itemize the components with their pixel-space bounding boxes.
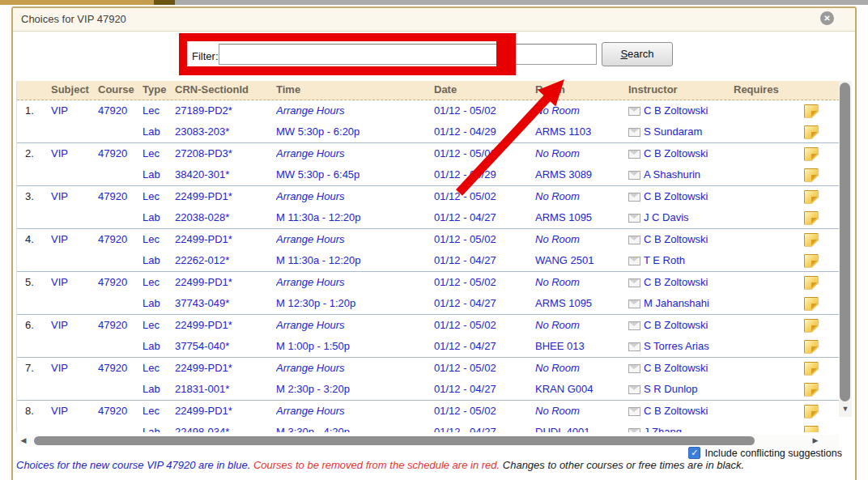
table-row[interactable]: Lab 22038-028* M 11:30a - 12:20p 01/12 -… xyxy=(17,207,840,228)
legend: Choices for the new course VIP 47920 are… xyxy=(16,459,853,471)
table-row[interactable]: 4. VIP 47920 Lec 22499-PD1* Arrange Hour… xyxy=(17,229,840,250)
choices-table: Subject Course Type CRN-SectionId Time D… xyxy=(16,81,840,432)
table-row[interactable]: Lab 22262-012* M 11:30a - 12:20p 01/12 -… xyxy=(17,250,840,271)
cell-subject xyxy=(51,422,98,432)
cell-instructor: C B Zoltowski xyxy=(628,229,734,250)
note-icon[interactable] xyxy=(804,319,819,333)
email-icon xyxy=(628,128,640,137)
table-row[interactable]: 3. VIP 47920 Lec 22499-PD1* Arrange Hour… xyxy=(17,186,840,207)
cell-note xyxy=(798,272,823,293)
cell-requires xyxy=(734,229,798,250)
cell-date: 01/12 - 05/02 xyxy=(434,100,535,121)
note-icon[interactable] xyxy=(804,405,819,418)
header-room: Room xyxy=(535,81,628,100)
instructor-name: C B Zoltowski xyxy=(644,315,708,336)
cell-type: Lab xyxy=(143,207,175,228)
cell-note xyxy=(798,358,823,379)
legend-black: Changes to other courses or free times a… xyxy=(503,459,744,471)
cell-crn-sectionid: 22499-PD1* xyxy=(175,358,276,379)
cell-instructor: A Shashurin xyxy=(628,164,734,185)
email-icon xyxy=(628,193,640,202)
cell-date: 01/12 - 05/02 xyxy=(434,401,535,422)
table-row[interactable]: Lab 38420-301* MW 5:30p - 6:45p 01/12 - … xyxy=(17,164,840,185)
table-row[interactable]: 7. VIP 47920 Lec 22499-PD1* Arrange Hour… xyxy=(17,358,840,379)
table-row[interactable]: Lab 21831-001* M 2:30p - 3:20p 01/12 - 0… xyxy=(17,379,840,400)
cell-time: Arrange Hours xyxy=(276,272,434,293)
cell-crn-sectionid: 23083-203* xyxy=(175,121,276,142)
note-icon[interactable] xyxy=(804,276,819,290)
table-row[interactable]: Lab 37743-049* M 12:30p - 1:20p 01/12 - … xyxy=(17,293,840,314)
header-requires: Requires xyxy=(734,81,798,100)
cell-instructor: S R Dunlop xyxy=(628,379,734,400)
table-row[interactable]: 5. VIP 47920 Lec 22499-PD1* Arrange Hour… xyxy=(17,272,840,293)
search-button[interactable]: Search xyxy=(602,42,673,66)
cell-crn-sectionid: 22262-012* xyxy=(175,250,276,271)
filter-input[interactable] xyxy=(219,44,597,65)
cell-room: DUDL 4001 xyxy=(535,422,628,432)
email-icon xyxy=(628,342,640,351)
cell-room: WANG 2501 xyxy=(535,250,628,271)
cell-time: M 11:30a - 12:20p xyxy=(276,207,434,228)
header-crn-sectionid: CRN-SectionId xyxy=(175,81,276,100)
instructor-name: S Torres Arias xyxy=(644,336,709,357)
cell-date: 01/12 - 05/02 xyxy=(434,315,535,336)
note-icon[interactable] xyxy=(804,211,819,225)
email-icon xyxy=(628,171,640,180)
instructor-name: M Jahanshahi xyxy=(644,293,709,314)
cell-subject xyxy=(51,121,98,142)
cell-type: Lab xyxy=(143,293,175,314)
horizontal-scrollbar[interactable]: ◀ ▶ xyxy=(16,435,839,447)
horizontal-scrollbar-thumb[interactable] xyxy=(34,436,755,445)
cell-subject xyxy=(51,379,98,400)
table-row[interactable]: Lab 23083-203* MW 5:30p - 6:20p 01/12 - … xyxy=(17,121,840,142)
note-icon[interactable] xyxy=(804,297,819,311)
cell-room: No Room xyxy=(535,401,628,422)
note-icon[interactable] xyxy=(804,426,819,433)
table-row[interactable]: 6. VIP 47920 Lec 22499-PD1* Arrange Hour… xyxy=(17,315,840,336)
close-icon: ✕ xyxy=(823,14,830,23)
cell-subject: VIP xyxy=(51,315,98,336)
cell-date: 01/12 - 04/29 xyxy=(434,121,535,142)
cell-course: 47920 xyxy=(98,401,143,422)
note-icon[interactable] xyxy=(804,362,819,376)
note-icon[interactable] xyxy=(804,340,819,354)
vertical-scrollbar-thumb[interactable] xyxy=(840,83,850,401)
table-row[interactable]: Lab 22498-034* M 3:30p - 4:20p 01/12 - 0… xyxy=(17,422,840,432)
choice-group: 6. VIP 47920 Lec 22499-PD1* Arrange Hour… xyxy=(17,315,840,358)
note-icon[interactable] xyxy=(804,168,819,182)
note-icon[interactable] xyxy=(804,104,819,118)
cell-room: No Room xyxy=(535,143,628,164)
cell-note xyxy=(798,164,823,185)
cell-type: Lec xyxy=(143,272,175,293)
page-top-scrollbar-handle xyxy=(154,0,175,5)
table-row[interactable]: Lab 37754-040* M 1:00p - 1:50p 01/12 - 0… xyxy=(17,336,840,357)
cell-course: 47920 xyxy=(98,315,143,336)
note-icon[interactable] xyxy=(804,383,819,397)
vertical-scrollbar[interactable]: ▼ xyxy=(839,81,852,417)
note-icon[interactable] xyxy=(804,125,819,139)
email-icon xyxy=(628,299,640,308)
choice-group: 8. VIP 47920 Lec 22499-PD1* Arrange Hour… xyxy=(17,401,840,432)
cell-note xyxy=(798,207,823,228)
table-row[interactable]: 2. VIP 47920 Lec 27208-PD3* Arrange Hour… xyxy=(17,143,840,164)
cell-instructor: C B Zoltowski xyxy=(628,358,734,379)
note-icon[interactable] xyxy=(804,190,819,204)
note-icon[interactable] xyxy=(804,147,819,161)
include-conflicting-checkbox[interactable]: ✓ xyxy=(688,447,700,459)
note-icon[interactable] xyxy=(804,254,819,268)
scroll-down-icon[interactable]: ▼ xyxy=(839,405,852,413)
email-icon xyxy=(628,364,640,373)
cell-crn-sectionid: 27189-PD2* xyxy=(175,100,276,121)
row-number xyxy=(17,164,51,185)
instructor-name: S Sundaram xyxy=(644,121,702,142)
table-row[interactable]: 8. VIP 47920 Lec 22499-PD1* Arrange Hour… xyxy=(17,401,840,422)
scroll-right-icon[interactable]: ▶ xyxy=(810,435,821,446)
cell-room: ARMS 1095 xyxy=(535,207,628,228)
cell-course xyxy=(98,207,143,228)
note-icon[interactable] xyxy=(804,233,819,247)
cell-requires xyxy=(734,422,798,432)
close-button[interactable]: ✕ xyxy=(820,11,834,25)
cell-course xyxy=(98,250,143,271)
scroll-left-icon[interactable]: ◀ xyxy=(18,435,29,446)
table-row[interactable]: 1. VIP 47920 Lec 27189-PD2* Arrange Hour… xyxy=(17,100,840,121)
